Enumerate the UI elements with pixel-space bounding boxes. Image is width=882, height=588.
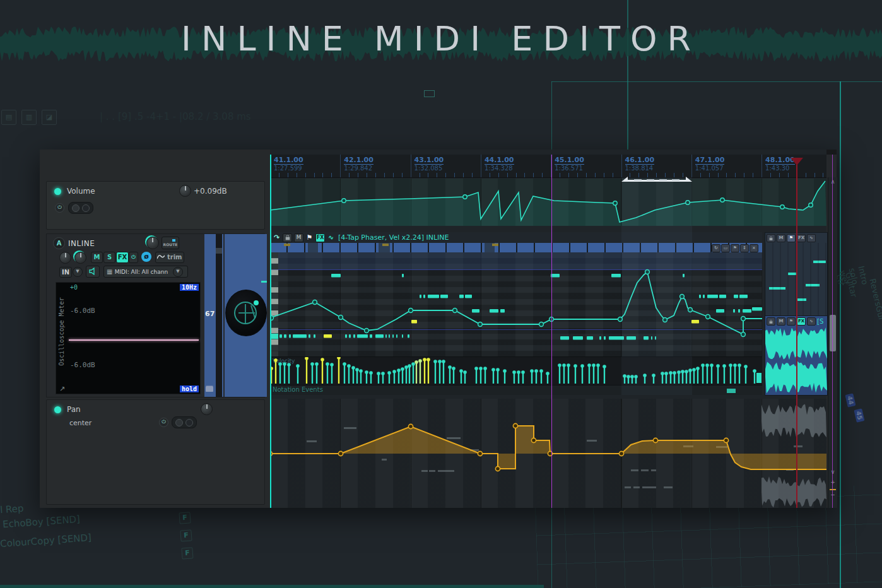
track-width-knob[interactable]	[74, 252, 86, 264]
envelope-active-dot[interactable]	[54, 188, 61, 195]
velocity-head[interactable]	[392, 370, 396, 373]
velocity-head[interactable]	[729, 363, 732, 367]
scope-hold-badge[interactable]: hold	[180, 385, 199, 392]
velocity-head[interactable]	[580, 364, 584, 368]
cc-point[interactable]	[539, 322, 544, 327]
volume-envelope-power-button[interactable]: ⏻	[55, 203, 64, 213]
velocity-head[interactable]	[587, 363, 591, 367]
midi-note[interactable]	[402, 274, 404, 278]
velocity-head[interactable]	[692, 368, 696, 372]
loop-end-line[interactable]	[832, 155, 833, 508]
velocity-head[interactable]	[738, 363, 741, 367]
midi-note[interactable]	[739, 295, 748, 298]
dimmed-waveform-item[interactable]	[761, 476, 826, 508]
dimmed-waveform-item[interactable]	[761, 404, 826, 438]
midi-note[interactable]	[797, 298, 806, 301]
cc-point[interactable]	[339, 315, 343, 320]
midi-note[interactable]	[743, 309, 751, 313]
envelope-point[interactable]	[463, 195, 467, 199]
midi-note[interactable]	[599, 336, 601, 340]
pan-envelope-point[interactable]	[495, 466, 500, 471]
solo-button[interactable]: S	[103, 252, 115, 263]
flag-icon[interactable]: ⚑	[305, 234, 314, 242]
velocity-head[interactable]	[716, 364, 720, 368]
velocity-head[interactable]	[401, 367, 404, 371]
FX-icon[interactable]: FX	[797, 317, 806, 326]
midi-note[interactable]	[472, 309, 479, 313]
velocity-head[interactable]	[438, 360, 442, 363]
velocity-head[interactable]	[274, 358, 278, 362]
mini-toolbar-button[interactable]: ↕	[740, 244, 749, 252]
item-fx-icon[interactable]: FX	[315, 233, 325, 242]
midi-note[interactable]	[752, 307, 762, 311]
pan-value[interactable]: center	[69, 419, 91, 427]
velocity-head[interactable]	[347, 364, 351, 368]
midi-note[interactable]	[402, 334, 403, 338]
cc-point[interactable]	[313, 300, 317, 305]
pan-envelope-point[interactable]	[653, 438, 657, 442]
velocity-head[interactable]	[705, 363, 709, 367]
volume-envelope-lane[interactable]	[270, 179, 826, 226]
velocity-head[interactable]	[330, 363, 334, 367]
mode-dot-button[interactable]	[175, 419, 183, 426]
velocity-head[interactable]	[426, 358, 430, 362]
midi-note[interactable]	[408, 334, 409, 338]
velocity-head[interactable]	[397, 368, 401, 372]
volume-envelope-mode-buttons[interactable]	[68, 202, 93, 214]
zoom-out-button[interactable]: −	[828, 491, 837, 498]
pan-envelope-mode-buttons[interactable]	[172, 416, 197, 428]
mini-toolbar-button[interactable]: ↻	[712, 244, 720, 252]
midi-note[interactable]	[604, 336, 606, 340]
mode-dot-button[interactable]	[185, 419, 193, 426]
velocity-head[interactable]	[315, 362, 319, 366]
mode-dot-button[interactable]	[72, 204, 79, 212]
mini-toolbar-button[interactable]: ⚑	[731, 244, 739, 252]
velocity-head[interactable]	[355, 368, 359, 372]
velocity-head[interactable]	[483, 367, 487, 370]
flag-icon[interactable]: ⚑	[787, 317, 796, 326]
velocity-head[interactable]	[534, 369, 538, 373]
mini-toolbar-button[interactable]: ×	[750, 244, 758, 252]
envelope-icon[interactable]: ∿	[807, 234, 816, 242]
midi-note[interactable]	[289, 334, 291, 338]
midi-note[interactable]	[389, 334, 390, 338]
scope-expand-arrow[interactable]: ↗	[59, 385, 65, 393]
midi-note[interactable]	[551, 274, 560, 278]
velocity-head[interactable]	[558, 363, 562, 367]
envelope-icon[interactable]: ∿	[807, 317, 816, 326]
midi-note[interactable]	[703, 295, 705, 298]
cc-point[interactable]	[741, 332, 746, 337]
velocity-head[interactable]	[463, 370, 467, 374]
timeline-ruler[interactable]: 41.1.001:27.59942.1.001:29.84243.1.001:3…	[270, 155, 826, 178]
fx-button[interactable]: FX	[116, 252, 129, 263]
volume-value[interactable]: +0.09dB	[194, 187, 227, 196]
envelope-active-dot[interactable]	[54, 406, 61, 413]
velocity-head[interactable]	[503, 369, 507, 373]
mute-button[interactable]: M	[91, 252, 103, 263]
midi-note[interactable]	[500, 309, 505, 313]
record-arm-button[interactable]: A	[53, 237, 65, 249]
velocity-head[interactable]	[710, 363, 714, 367]
fader-track[interactable]	[216, 234, 222, 397]
scroll-down-arrow[interactable]: ∨	[828, 469, 837, 475]
envelope-point[interactable]	[720, 198, 724, 202]
midi-note[interactable]	[309, 334, 310, 338]
velocity-head[interactable]	[733, 363, 737, 367]
midi-note[interactable]	[573, 336, 583, 340]
pan-envelope-point[interactable]	[338, 451, 343, 456]
ruler-mark[interactable]: 41.1.001:27.599	[274, 156, 303, 172]
velocity-head[interactable]	[310, 362, 314, 366]
pan-envelope-point[interactable]	[619, 451, 623, 456]
midi-note[interactable]	[370, 334, 372, 338]
ruler-mark[interactable]: 42.1.001:29.842	[344, 156, 373, 172]
ruler-mark[interactable]: 43.1.001:32.085	[415, 156, 444, 172]
midi-note[interactable]	[707, 295, 718, 298]
envelope-point[interactable]	[342, 199, 346, 203]
midi-note[interactable]	[738, 309, 740, 313]
velocity-head[interactable]	[592, 363, 596, 367]
velocity-head[interactable]	[753, 369, 756, 373]
velocity-head[interactable]	[744, 365, 748, 368]
velocity-head[interactable]	[479, 367, 483, 370]
velocity-head[interactable]	[377, 372, 380, 375]
midi-note[interactable]	[345, 334, 347, 338]
